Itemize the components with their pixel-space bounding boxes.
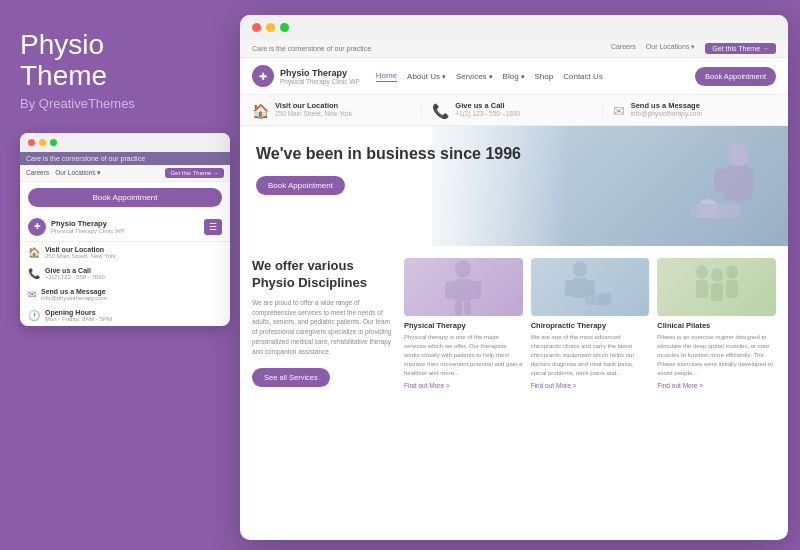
brand-title-regular: Theme [20, 61, 228, 92]
pt-find-out-link[interactable]: Find out More [404, 382, 523, 389]
mini-phone-icon: 📞 [28, 268, 40, 279]
nav-link-services[interactable]: Services [456, 72, 493, 81]
see-services-btn[interactable]: See all Services [252, 368, 330, 387]
svg-point-18 [696, 265, 708, 279]
service-card-img-cp [657, 258, 776, 316]
main-browser: Care is the cornerstone of our practice … [240, 15, 788, 540]
mini-brand-name: Physio Therapy [51, 219, 125, 228]
mini-email-sub: info@physiotherapy.com [41, 295, 107, 301]
mini-email-icon: ✉ [28, 289, 36, 300]
site-topbar: Care is the cornerstone of our practice … [240, 40, 788, 58]
site-topbar-locations[interactable]: Our Locations ▾ [646, 43, 696, 54]
mini-browser: Care is the cornerstone of our practice … [20, 133, 230, 326]
site-topbar-right: Careers Our Locations ▾ Get this Theme → [611, 43, 776, 54]
service-card-pt: Physical Therapy Physical therapy is one… [404, 258, 523, 389]
location-sub: 250 Main Street, New York [275, 110, 352, 117]
mini-topbar-text: Care is the cornerstone of our practice [26, 155, 145, 162]
site-nav: ✚ Physio Therapy Physical Therapy Clinic… [240, 58, 788, 95]
email-title: Send us a Message [631, 101, 702, 110]
mini-nav-careers[interactable]: Careers [26, 169, 49, 176]
mini-nav-locations[interactable]: Our Locations ▾ [55, 169, 101, 177]
service-card-ct: Chiropractic Therapy We are one of the m… [531, 258, 650, 389]
dot-yellow [39, 139, 46, 146]
ct-title: Chiropractic Therapy [531, 321, 650, 330]
svg-rect-7 [453, 279, 473, 301]
svg-point-20 [726, 265, 738, 279]
site-book-appointment-btn[interactable]: Book Appointment [695, 67, 776, 86]
main-dot-yellow [266, 23, 275, 32]
pt-silhouette [404, 258, 523, 316]
svg-rect-17 [585, 295, 610, 305]
svg-rect-23 [726, 280, 738, 298]
phone-text: Give us a Call +1(2) 123 - 550 - 1890 [455, 101, 520, 117]
ct-link-text: Find out More [531, 382, 571, 389]
site-topbar-careers[interactable]: Careers [611, 43, 636, 54]
ct-silhouette [531, 258, 650, 316]
cp-silhouette [657, 258, 776, 316]
mini-nav: Careers Our Locations ▾ Get this Theme → [20, 165, 230, 182]
site-get-theme-btn[interactable]: Get this Theme → [705, 43, 776, 54]
mini-info-phone: 📞 Give us a Call +1(2) 123 - 550 - 7890 [20, 263, 230, 284]
cp-find-out-link[interactable]: Find out More [657, 382, 776, 389]
main-heading: We offer various Physio Disciplines [252, 258, 392, 292]
mini-book-appointment-btn[interactable]: Book Appointment [28, 188, 222, 207]
svg-rect-11 [464, 301, 471, 315]
main-body-text: We are proud to offer a wide range of co… [252, 298, 392, 357]
nav-link-blog[interactable]: Blog [503, 72, 525, 81]
mini-phone-text: Give us a Call +1(2) 123 - 550 - 7890 [45, 267, 105, 280]
service-cards: Physical Therapy Physical therapy is one… [404, 258, 776, 389]
info-location: 🏠 Visit our Location 250 Main Street, Ne… [252, 101, 415, 119]
phone-title: Give us a Call [455, 101, 520, 110]
phone-sub: +1(2) 123 - 550 - 1890 [455, 110, 520, 117]
nav-link-about[interactable]: About Us [407, 72, 446, 81]
svg-rect-13 [572, 278, 588, 298]
info-email: ✉ Send us a Message info@physiotherapy.c… [602, 101, 776, 119]
see-services-label: See all Services [264, 373, 318, 382]
mini-email-title: Send us a Message [41, 288, 107, 295]
site-nav-links: Home About Us Services Blog Shop Contact… [376, 71, 695, 82]
email-text: Send us a Message info@physiotherapy.com [631, 101, 702, 117]
mini-brand-text: Physio Therapy Physical Therapy Clinic W… [51, 219, 125, 234]
svg-rect-21 [696, 280, 708, 298]
brand-title: Physio Theme [20, 30, 228, 92]
mini-hours-sub: Mon - Friday: 8AM - 5PM [45, 316, 112, 322]
site-book-btn-label: Book Appointment [705, 72, 766, 81]
main-dot-green [280, 23, 289, 32]
location-title: Visit our Location [275, 101, 352, 110]
left-panel: Physio Theme By QreativeThemes Care is t… [0, 0, 248, 550]
main-left-panel: We offer various Physio Disciplines We a… [252, 258, 392, 389]
service-card-cp: Clinical Pilates Pilates is an exercise … [657, 258, 776, 389]
site-logo-sub: Physical Therapy Clinic WP [280, 78, 360, 85]
service-card-img-pt [404, 258, 523, 316]
pt-title: Physical Therapy [404, 321, 523, 330]
mini-browser-bar [20, 133, 230, 152]
ct-find-out-link[interactable]: Find out More [531, 382, 650, 389]
nav-link-contact[interactable]: Contact Us [563, 72, 603, 81]
site-logo-text: Physio Therapy Physical Therapy Clinic W… [280, 68, 360, 85]
nav-link-home[interactable]: Home [376, 71, 397, 82]
pt-body: Physical therapy is one of the major ser… [404, 333, 523, 378]
ct-body: We are one of the most advanced chiropra… [531, 333, 650, 378]
site-logo-name: Physio Therapy [280, 68, 360, 78]
mini-book-btn-label: Book Appointment [93, 193, 158, 202]
hero-cta-label: Book Appointment [268, 181, 333, 190]
mini-get-theme-btn[interactable]: Get this Theme → [165, 168, 224, 178]
cp-body: Pilates is an exercise regime designed t… [657, 333, 776, 378]
phone-icon: 📞 [432, 103, 449, 119]
email-sub: info@physiotherapy.com [631, 110, 702, 117]
mini-location-text: Visit our Location 250 Main Street, New … [45, 246, 116, 259]
svg-rect-8 [445, 281, 455, 299]
mini-location-sub: 250 Main Street, New York [45, 253, 116, 259]
hero-content: We've been in business since 1996 Book A… [240, 126, 788, 213]
mini-location-icon: 🏠 [28, 247, 40, 258]
hero-cta-btn[interactable]: Book Appointment [256, 176, 345, 195]
location-text: Visit our Location 250 Main Street, New … [275, 101, 352, 117]
mini-hamburger-btn[interactable]: ☰ [204, 219, 222, 235]
svg-rect-9 [471, 281, 481, 299]
cp-link-text: Find out More [657, 382, 697, 389]
hero-heading: We've been in business since 1996 [256, 144, 772, 164]
mini-location-title: Visit our Location [45, 246, 116, 253]
main-browser-bar [240, 15, 788, 40]
info-phone: 📞 Give us a Call +1(2) 123 - 550 - 1890 [421, 101, 595, 119]
nav-link-shop[interactable]: Shop [535, 72, 554, 81]
